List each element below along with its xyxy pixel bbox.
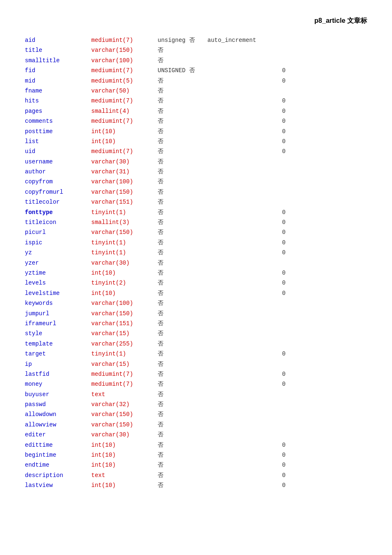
field-type: varchar(31) — [91, 167, 158, 176]
table-row: allowdownvarchar(150)否 — [25, 409, 367, 419]
field-nullable: 否 — [158, 86, 207, 95]
field-default: 0 — [282, 76, 285, 85]
table-row: iframeurlvarchar(151)否 — [25, 319, 367, 329]
field-nullable: 否 — [158, 248, 207, 257]
field-default: 0 — [282, 289, 285, 298]
field-name: fonttype — [25, 208, 91, 217]
table-row: jumpurlvarchar(150)否 — [25, 309, 367, 319]
field-nullable: 否 — [158, 258, 207, 268]
field-type: smallint(3) — [91, 218, 158, 227]
field-name: posttime — [25, 127, 91, 136]
table-row: buyusertext否 — [25, 389, 367, 399]
field-nullable: 否 — [158, 177, 207, 186]
field-type: int(10) — [91, 481, 158, 490]
table-row: stylevarchar(15)否 — [25, 329, 367, 338]
field-nullable: 否 — [158, 471, 207, 480]
field-type: tinyint(2) — [91, 278, 158, 287]
field-nullable: 否 — [158, 420, 207, 429]
field-name: begintime — [25, 450, 91, 460]
field-type: int(10) — [91, 137, 158, 146]
field-nullable: 否 — [158, 187, 207, 197]
field-nullable: 否 — [158, 157, 207, 166]
field-nullable: 否 — [158, 380, 207, 389]
field-nullable: 否 — [158, 167, 207, 176]
table-row: passwdvarchar(32)否 — [25, 399, 367, 409]
field-name: template — [25, 339, 91, 348]
field-name: allowdown — [25, 410, 91, 419]
field-name: copyfrom — [25, 177, 91, 186]
field-type: varchar(255) — [91, 339, 158, 348]
field-type: varchar(30) — [91, 430, 158, 439]
field-name: description — [25, 471, 91, 480]
field-name: target — [25, 349, 91, 358]
table-row: titlecolorvarchar(151)否 — [25, 197, 367, 207]
table-row: copyfromvarchar(100)否 — [25, 177, 367, 187]
field-default: 0 — [282, 137, 285, 146]
table-row: lastfidmediumint(7)否0 — [25, 369, 367, 379]
field-nullable: 否 — [158, 309, 207, 318]
field-type: varchar(150) — [91, 228, 158, 237]
field-nullable: 否 — [158, 228, 207, 237]
field-nullable: 否 — [158, 400, 207, 409]
field-type: text — [91, 471, 158, 480]
field-name: fid — [25, 66, 91, 75]
field-name: smalltitle — [25, 56, 91, 65]
field-name: money — [25, 380, 91, 389]
field-name: endtime — [25, 460, 91, 470]
field-name: levels — [25, 278, 91, 287]
table-row: yztimeint(10)否0 — [25, 268, 367, 278]
field-nullable: 否 — [158, 329, 207, 338]
field-type: tinyint(1) — [91, 208, 158, 217]
field-default: 0 — [282, 349, 285, 358]
field-type: mediumint(5) — [91, 76, 158, 85]
table-row: descriptiontext否0 — [25, 470, 367, 480]
table-row: targettinyint(1)否0 — [25, 349, 367, 359]
field-default: 0 — [282, 248, 285, 257]
field-nullable: 否 — [158, 289, 207, 298]
table-row: titleiconsmallint(3)否0 — [25, 217, 367, 227]
field-default: 0 — [282, 471, 285, 480]
field-type: varchar(30) — [91, 258, 158, 268]
field-name: buyuser — [25, 390, 91, 399]
table-row: picurlvarchar(150)否0 — [25, 227, 367, 237]
field-nullable: 否 — [158, 56, 207, 65]
field-nullable: 否 — [158, 390, 207, 399]
field-type: mediumint(7) — [91, 117, 158, 126]
field-name: titleicon — [25, 218, 91, 227]
table-row: templatevarchar(255)否 — [25, 339, 367, 349]
field-name: pages — [25, 107, 91, 116]
field-type: varchar(50) — [91, 86, 158, 95]
field-type: int(10) — [91, 268, 158, 278]
field-nullable: 否 — [158, 278, 207, 287]
table-row: smalltitlevarchar(100)否 — [25, 56, 367, 66]
field-default: 0 — [282, 66, 285, 75]
page-title: p8_article 文章标 — [25, 17, 367, 25]
field-type: varchar(15) — [91, 360, 158, 369]
field-nullable: 否 — [158, 218, 207, 227]
field-default: 0 — [282, 238, 285, 247]
table-row: uidmediumint(7)否0 — [25, 146, 367, 156]
table-row: hitsmediumint(7)否0 — [25, 96, 367, 106]
field-default: 0 — [282, 441, 285, 450]
field-nullable: 否 — [158, 441, 207, 450]
field-default: 0 — [282, 278, 285, 287]
field-default: 0 — [282, 268, 285, 278]
field-type: mediumint(7) — [91, 66, 158, 75]
field-name: yztime — [25, 268, 91, 278]
field-nullable: 否 — [158, 96, 207, 105]
field-name: hits — [25, 96, 91, 105]
field-name: edittime — [25, 441, 91, 450]
field-nullable: 否 — [158, 208, 207, 217]
field-nullable: 否 — [158, 360, 207, 369]
field-name: fname — [25, 86, 91, 95]
field-name: username — [25, 157, 91, 166]
field-default: 0 — [282, 208, 285, 217]
field-name: title — [25, 46, 91, 55]
field-default: 0 — [282, 228, 285, 237]
table-row: yztinyint(1)否0 — [25, 248, 367, 258]
field-default: 0 — [282, 147, 285, 156]
field-default: 0 — [282, 218, 285, 227]
table-row: ispictinyint(1)否0 — [25, 238, 367, 248]
field-nullable: 否 — [158, 481, 207, 490]
table-row: fidmediumint(7)UNSIGNED 否0 — [25, 66, 367, 75]
